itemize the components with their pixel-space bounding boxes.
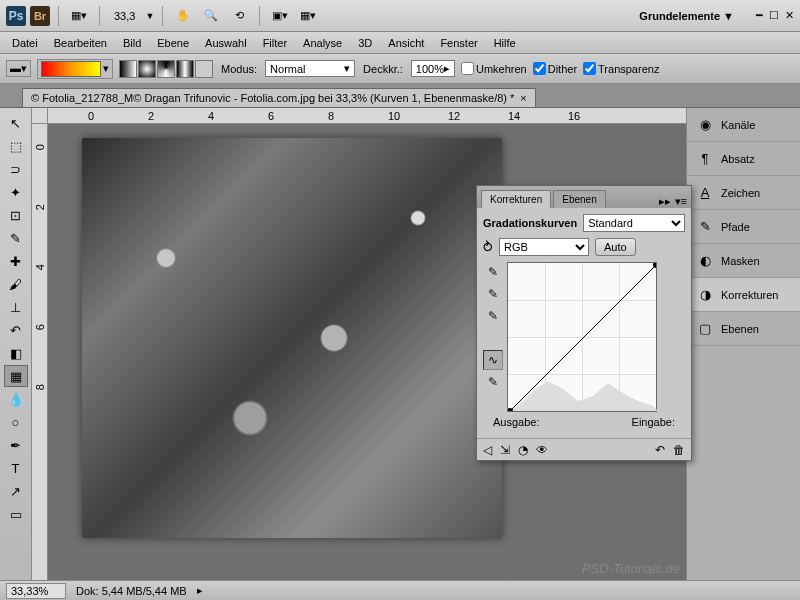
dock-zeichen[interactable]: AZeichen	[687, 176, 800, 210]
dock-masken[interactable]: ◐Masken	[687, 244, 800, 278]
zoom-level[interactable]: 33,3	[108, 10, 141, 22]
close-icon[interactable]: ✕	[785, 9, 794, 22]
status-arrow-icon[interactable]: ▸	[197, 584, 203, 597]
linear-gradient-icon[interactable]	[119, 60, 137, 78]
diamond-gradient-icon[interactable]	[195, 60, 213, 78]
menu-hilfe[interactable]: Hilfe	[486, 34, 524, 52]
ruler-horizontal[interactable]: 0246810121416	[48, 108, 686, 124]
opacity-label: Deckkr.:	[361, 63, 405, 75]
tool-preset[interactable]: ▬▾	[6, 60, 31, 77]
tab-ebenen[interactable]: Ebenen	[553, 190, 605, 208]
dock-absatz[interactable]: ¶Absatz	[687, 142, 800, 176]
zoom-dropdown[interactable]: ▼	[145, 11, 154, 21]
clip-icon[interactable]: ◔	[518, 443, 528, 457]
curves-graph[interactable]	[507, 262, 657, 412]
healing-tool[interactable]: ✚	[4, 250, 28, 272]
dock-ebenen[interactable]: ▢Ebenen	[687, 312, 800, 346]
menu-ansicht[interactable]: Ansicht	[380, 34, 432, 52]
radial-gradient-icon[interactable]	[138, 60, 156, 78]
gradient-preview[interactable]: ▾	[37, 59, 113, 79]
menu-analyse[interactable]: Analyse	[295, 34, 350, 52]
photoshop-icon[interactable]: Ps	[6, 6, 26, 26]
menu-datei[interactable]: Datei	[4, 34, 46, 52]
eyedropper-gray-icon[interactable]: ✎	[483, 284, 503, 304]
crop-tool[interactable]: ⊡	[4, 204, 28, 226]
workspace-switcher[interactable]: Grundelemente ▼	[631, 10, 742, 22]
arrange-docs-icon[interactable]: ▦▾	[296, 4, 320, 28]
eyedropper-white-icon[interactable]: ✎	[483, 306, 503, 326]
maximize-icon[interactable]: ☐	[769, 9, 779, 22]
pen-tool[interactable]: ✒	[4, 434, 28, 456]
document-tab[interactable]: © Fotolia_212788_M© Dragan Trifunovic - …	[22, 88, 536, 107]
bridge-icon[interactable]: Br	[30, 6, 50, 26]
menu-3d[interactable]: 3D	[350, 34, 380, 52]
dock-kanaele[interactable]: ◉Kanäle	[687, 108, 800, 142]
menu-ebene[interactable]: Ebene	[149, 34, 197, 52]
document-canvas[interactable]	[82, 138, 502, 538]
ruler-vertical[interactable]: 02468	[32, 124, 48, 580]
history-brush-tool[interactable]: ↶	[4, 319, 28, 341]
close-tab-icon[interactable]: ×	[520, 92, 526, 104]
separator	[259, 6, 260, 26]
curve-draw-icon[interactable]: ✎	[483, 372, 503, 392]
status-zoom[interactable]: 33,33%	[6, 583, 66, 599]
wand-tool[interactable]: ✦	[4, 181, 28, 203]
menu-bild[interactable]: Bild	[115, 34, 149, 52]
gradient-tool[interactable]: ▦	[4, 365, 28, 387]
ruler-corner[interactable]	[32, 108, 48, 124]
screen-mode-icon[interactable]: ▣▾	[268, 4, 292, 28]
dock-korrekturen[interactable]: ◑Korrekturen	[687, 278, 800, 312]
path-select-tool[interactable]: ↗	[4, 480, 28, 502]
type-tool[interactable]: T	[4, 457, 28, 479]
visibility-icon[interactable]: 👁	[536, 443, 548, 457]
eraser-tool[interactable]: ◧	[4, 342, 28, 364]
zoom-tool-icon[interactable]: 🔍	[199, 4, 223, 28]
document-tabs: © Fotolia_212788_M© Dragan Trifunovic - …	[0, 84, 800, 108]
reverse-checkbox[interactable]: Umkehren	[461, 62, 527, 75]
delete-icon[interactable]: 🗑	[673, 443, 685, 457]
angle-gradient-icon[interactable]	[157, 60, 175, 78]
tab-korrekturen[interactable]: Korrekturen	[481, 190, 551, 208]
mode-select[interactable]: Normal▾	[265, 60, 355, 77]
curves-title: Gradationskurven	[483, 217, 577, 229]
eyedropper-black-icon[interactable]: ✎	[483, 262, 503, 282]
hand-tool-icon[interactable]: ✋	[171, 4, 195, 28]
move-tool[interactable]: ↖	[4, 112, 28, 134]
menu-fenster[interactable]: Fenster	[432, 34, 485, 52]
menu-filter[interactable]: Filter	[255, 34, 295, 52]
adjustments-icon: ◑	[697, 287, 713, 303]
panel-tabs: Korrekturen Ebenen ▸▸ ▾≡	[477, 186, 691, 208]
reset-icon[interactable]: ↶	[655, 443, 665, 457]
transparency-checkbox[interactable]: Transparenz	[583, 62, 659, 75]
blur-tool[interactable]: 💧	[4, 388, 28, 410]
dither-checkbox[interactable]: Dither	[533, 62, 577, 75]
layout-dropdown[interactable]: ▦▾	[67, 4, 91, 28]
dock-pfade[interactable]: ✎Pfade	[687, 210, 800, 244]
marquee-tool[interactable]: ⬚	[4, 135, 28, 157]
rotate-view-icon[interactable]: ⟲	[227, 4, 251, 28]
dodge-tool[interactable]: ○	[4, 411, 28, 433]
panel-body: Gradationskurven Standard ⥁ RGB Auto ✎ ✎…	[477, 208, 691, 438]
reflected-gradient-icon[interactable]	[176, 60, 194, 78]
expand-icon[interactable]: ⇲	[500, 443, 510, 457]
menu-bearbeiten[interactable]: Bearbeiten	[46, 34, 115, 52]
menu-auswahl[interactable]: Auswahl	[197, 34, 255, 52]
panel-menu-icon[interactable]: ▾≡	[675, 195, 687, 208]
minimize-icon[interactable]: ━	[756, 9, 763, 22]
shape-tool[interactable]: ▭	[4, 503, 28, 525]
lasso-tool[interactable]: ⊃	[4, 158, 28, 180]
brush-tool[interactable]: 🖌	[4, 273, 28, 295]
panel-collapse-icon[interactable]: ▸▸	[659, 195, 671, 208]
preset-select[interactable]: Standard	[583, 214, 685, 232]
channel-select[interactable]: RGB	[499, 238, 589, 256]
output-label: Ausgabe:	[493, 416, 539, 428]
adjustments-panel: Korrekturen Ebenen ▸▸ ▾≡ Gradationskurve…	[476, 185, 692, 461]
curve-point-icon[interactable]: ∿	[483, 350, 503, 370]
stamp-tool[interactable]: ⊥	[4, 296, 28, 318]
back-arrow-icon[interactable]: ◁	[483, 443, 492, 457]
auto-button[interactable]: Auto	[595, 238, 636, 256]
eyedropper-tool[interactable]: ✎	[4, 227, 28, 249]
character-icon: A	[697, 185, 713, 201]
point-tool-icon[interactable]: ⥁	[483, 239, 493, 255]
opacity-input[interactable]: 100%▸	[411, 60, 455, 77]
